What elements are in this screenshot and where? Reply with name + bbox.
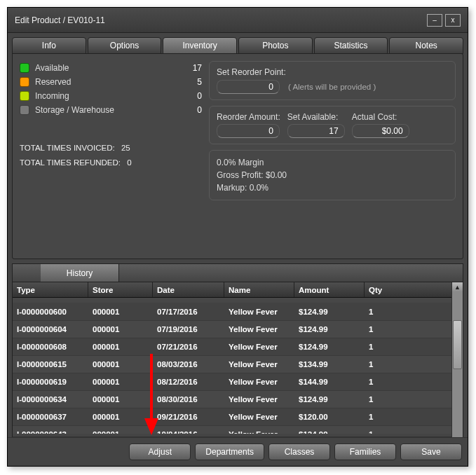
cell-name: Yellow Fever bbox=[224, 356, 294, 373]
edit-product-window: Edit Product / EV010-11 – x Info Options… bbox=[7, 7, 468, 467]
cell-qty: 1 bbox=[365, 391, 463, 408]
set-available-input[interactable] bbox=[287, 124, 345, 138]
cell-store: 000001 bbox=[88, 391, 153, 408]
inventory-panel: Available 17 Reserved 5 Incoming 0 bbox=[12, 53, 463, 259]
col-store[interactable]: Store bbox=[88, 282, 153, 297]
history-tabstrip: History bbox=[12, 263, 463, 282]
minimize-button[interactable]: – bbox=[427, 14, 442, 27]
table-row[interactable] bbox=[13, 298, 463, 303]
tab-inventory[interactable]: Inventory bbox=[163, 37, 237, 54]
cell-type: I-0000000600 bbox=[13, 303, 88, 320]
margin-text: 0.0% Margin bbox=[217, 156, 448, 169]
cell-type: I-0000000615 bbox=[13, 356, 88, 373]
cell-qty: 1 bbox=[365, 321, 463, 338]
save-button[interactable]: Save bbox=[400, 443, 462, 460]
cell-name: Yellow Fever bbox=[224, 321, 294, 338]
adjust-button[interactable]: Adjust bbox=[129, 443, 191, 460]
col-qty[interactable]: Qty bbox=[365, 282, 463, 297]
cell-name: Yellow Fever bbox=[224, 373, 294, 390]
cell-amount: $124.99 bbox=[294, 338, 365, 355]
cell-date: 09/21/2016 bbox=[153, 408, 224, 425]
table-row[interactable]: I-000000063400000108/30/2016Yellow Fever… bbox=[13, 391, 463, 408]
col-name[interactable]: Name bbox=[224, 282, 294, 297]
refunded-value: 0 bbox=[127, 158, 131, 167]
alerts-note: ( Alerts will be provided ) bbox=[288, 83, 376, 91]
close-button[interactable]: x bbox=[445, 14, 461, 27]
cell-type: I-0000000608 bbox=[13, 338, 88, 355]
grid-body[interactable]: I-000000060000000107/17/2016Yellow Fever… bbox=[13, 298, 463, 434]
cell-type: I-0000000637 bbox=[13, 408, 88, 425]
cell-name: Yellow Fever bbox=[224, 303, 294, 320]
table-row[interactable]: I-000000064300000110/04/2016Yellow Fever… bbox=[13, 426, 463, 434]
vertical-scrollbar[interactable]: ▲ ▼ bbox=[451, 282, 463, 448]
cell-qty: 1 bbox=[365, 426, 463, 434]
status-reserved: Reserved 5 bbox=[20, 75, 202, 89]
cell-qty: 1 bbox=[365, 373, 463, 390]
cell-store: 000001 bbox=[88, 426, 153, 434]
tab-notes[interactable]: Notes bbox=[389, 37, 463, 54]
status-available: Available 17 bbox=[20, 61, 202, 75]
margin-box: 0.0% Margin Gross Profit: $0.00 Markup: … bbox=[209, 150, 456, 200]
table-row[interactable]: I-000000060800000107/21/2016Yellow Fever… bbox=[13, 338, 463, 356]
cell-amount: $120.00 bbox=[294, 408, 365, 425]
scroll-track[interactable] bbox=[452, 292, 463, 438]
table-row[interactable]: I-000000060400000107/19/2016Yellow Fever… bbox=[13, 321, 463, 338]
col-type[interactable]: Type bbox=[13, 282, 88, 297]
refunded-label: TOTAL TIMES REFUNDED: bbox=[20, 158, 121, 167]
cell-amount: $124.99 bbox=[294, 391, 365, 408]
table-row[interactable]: I-000000063700000109/21/2016Yellow Fever… bbox=[13, 408, 463, 426]
reorder-point-box: Set Reorder Point: ( Alerts will be prov… bbox=[209, 61, 456, 100]
cell-date: 07/17/2016 bbox=[153, 303, 224, 320]
scroll-up-icon[interactable]: ▲ bbox=[452, 282, 463, 292]
history-grid: Type Store Date Name Amount Qty I-000000… bbox=[12, 282, 463, 448]
cell-amount: $124.99 bbox=[294, 303, 365, 320]
table-row[interactable]: I-000000061900000108/12/2016Yellow Fever… bbox=[13, 373, 463, 391]
cell-date: 07/21/2016 bbox=[153, 338, 224, 355]
col-date[interactable]: Date bbox=[153, 282, 224, 297]
invoiced-value: 25 bbox=[121, 144, 130, 152]
tab-options[interactable]: Options bbox=[88, 37, 162, 54]
grid-header: Type Store Date Name Amount Qty bbox=[13, 282, 463, 298]
cell-name: Yellow Fever bbox=[224, 408, 294, 425]
reorder-amount-label: Reorder Amount: bbox=[217, 112, 280, 122]
cell-store: 000001 bbox=[88, 373, 153, 390]
history-tab[interactable]: History bbox=[41, 264, 119, 282]
cell-date: 08/03/2016 bbox=[153, 356, 224, 373]
col-amount[interactable]: Amount bbox=[294, 282, 365, 297]
cell-qty: 1 bbox=[365, 356, 463, 373]
main-tabstrip: Info Options Inventory Photos Statistics… bbox=[12, 37, 463, 54]
tab-photos[interactable]: Photos bbox=[238, 37, 313, 54]
cell-type: I-0000000643 bbox=[13, 426, 88, 434]
cell-store: 000001 bbox=[88, 408, 153, 425]
cell-store: 000001 bbox=[88, 321, 153, 338]
cell-date: 08/30/2016 bbox=[153, 391, 224, 408]
cell-qty: 1 bbox=[365, 338, 463, 355]
footer: Adjust Departments Classes Families Save bbox=[8, 437, 468, 466]
history-area: History Type Store Date Name Amount Qty … bbox=[12, 263, 463, 448]
actual-cost-input[interactable] bbox=[352, 124, 409, 138]
scroll-thumb[interactable] bbox=[453, 320, 462, 369]
cell-amount: $124.99 bbox=[294, 426, 365, 434]
titlebar: Edit Product / EV010-11 – x bbox=[8, 8, 468, 33]
swatch-reserved bbox=[20, 77, 29, 87]
status-block: Available 17 Reserved 5 Incoming 0 bbox=[20, 61, 202, 206]
table-row[interactable]: I-000000061500000108/03/2016Yellow Fever… bbox=[13, 356, 463, 373]
cell-date: 07/19/2016 bbox=[153, 321, 224, 338]
set-available-label: Set Available: bbox=[287, 112, 345, 122]
cell-name: Yellow Fever bbox=[224, 426, 294, 434]
reorder-point-input[interactable] bbox=[217, 80, 280, 94]
gross-profit-text: Gross Profit: $0.00 bbox=[217, 169, 448, 181]
families-button[interactable]: Families bbox=[334, 443, 396, 460]
departments-button[interactable]: Departments bbox=[195, 443, 264, 460]
table-row[interactable]: I-000000060000000107/17/2016Yellow Fever… bbox=[13, 303, 463, 321]
cell-store: 000001 bbox=[88, 303, 153, 320]
cell-date: 10/04/2016 bbox=[153, 426, 224, 434]
status-storage: Storage / Warehouse 0 bbox=[20, 103, 202, 117]
tab-statistics[interactable]: Statistics bbox=[314, 37, 388, 54]
cell-name: Yellow Fever bbox=[224, 338, 294, 355]
classes-button[interactable]: Classes bbox=[268, 443, 330, 460]
tab-info[interactable]: Info bbox=[12, 37, 86, 54]
reorder-amount-input[interactable] bbox=[217, 124, 280, 138]
cell-type: I-0000000604 bbox=[13, 321, 88, 338]
actual-cost-label: Actual Cost: bbox=[352, 112, 409, 122]
